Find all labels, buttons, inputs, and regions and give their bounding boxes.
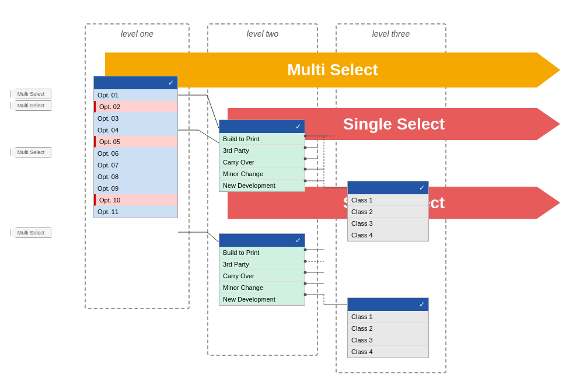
level-one-chevron: ✓	[168, 79, 174, 87]
list-item[interactable]: Class 3	[348, 218, 428, 229]
list-item[interactable]: New Development	[219, 180, 305, 191]
list-item[interactable]: Class 2	[348, 206, 428, 218]
level-three-bottom-dropdown[interactable]: ✓ Class 1 Class 2 Class 3 Class 4	[347, 298, 429, 358]
list-item[interactable]: Opt. 09	[94, 183, 177, 194]
level-two-bottom-dropdown[interactable]: ✓ Build to Print 3rd Party Carry Over Mi…	[219, 233, 305, 306]
level-one-label: level one	[121, 29, 153, 38]
level-one-header[interactable]: ✓	[94, 76, 177, 89]
list-item[interactable]: Carry Over	[219, 270, 305, 282]
list-item[interactable]: New Development	[219, 293, 305, 305]
list-item[interactable]: Opt. 02	[94, 101, 177, 113]
main-canvas: level one level two level three Multi Se…	[0, 0, 583, 392]
level-three-bottom-chevron: ✓	[419, 300, 425, 309]
level-two-top-chevron: ✓	[295, 123, 301, 131]
list-item[interactable]: Opt. 01	[94, 89, 177, 101]
list-item[interactable]: Opt. 05	[94, 136, 177, 148]
list-item[interactable]: Class 1	[348, 311, 428, 323]
level-three-label: level three	[372, 29, 410, 38]
list-item[interactable]: Opt. 11	[94, 206, 177, 218]
list-item[interactable]: Minor Change	[219, 168, 305, 180]
list-item[interactable]: Class 4	[348, 346, 428, 358]
level-two-bottom-header[interactable]: ✓	[219, 234, 305, 247]
level-two-label: level two	[247, 29, 278, 38]
list-item[interactable]: Opt. 03	[94, 113, 177, 124]
list-item[interactable]: Build to Print	[219, 247, 305, 258]
multi-select-label: Multi Select	[287, 61, 378, 79]
list-item[interactable]: Opt. 08	[94, 171, 177, 183]
list-item[interactable]: Class 2	[348, 323, 428, 334]
list-item[interactable]: Opt. 07	[94, 159, 177, 171]
level-two-bottom-chevron: ✓	[295, 236, 301, 244]
level-two-top-header[interactable]: ✓	[219, 120, 305, 133]
level-three-top-header[interactable]: ✓	[348, 181, 428, 194]
level-three-bottom-header[interactable]: ✓	[348, 298, 428, 311]
level-one-dropdown[interactable]: ✓ Opt. 01 Opt. 02 Opt. 03 Opt. 04 Opt. 0…	[93, 76, 178, 218]
multi-select-tag-1: Multi Select	[11, 89, 51, 99]
list-item[interactable]: 3rd Party	[219, 258, 305, 270]
list-item[interactable]: Carry Over	[219, 156, 305, 168]
list-item[interactable]: 3rd Party	[219, 145, 305, 156]
multi-select-tag-2: Multi Select	[11, 100, 51, 111]
list-item[interactable]: Opt. 06	[94, 148, 177, 159]
level-three-top-chevron: ✓	[419, 184, 425, 192]
list-item[interactable]: Class 1	[348, 194, 428, 206]
list-item[interactable]: Class 3	[348, 334, 428, 346]
list-item[interactable]: Opt. 04	[94, 124, 177, 136]
level-two-top-dropdown[interactable]: ✓ Build to Print 3rd Party Carry Over Mi…	[219, 120, 305, 192]
list-item[interactable]: Minor Change	[219, 282, 305, 293]
single-select-top-label: Single Select	[343, 115, 445, 134]
level-three-top-dropdown[interactable]: ✓ Class 1 Class 2 Class 3 Class 4	[347, 181, 429, 242]
list-item[interactable]: Build to Print	[219, 133, 305, 145]
multi-select-tag-3: Multi Select	[11, 147, 51, 158]
list-item[interactable]: Opt. 10	[94, 194, 177, 206]
multi-select-tag-4: Multi Select	[11, 228, 51, 238]
list-item[interactable]: Class 4	[348, 229, 428, 241]
